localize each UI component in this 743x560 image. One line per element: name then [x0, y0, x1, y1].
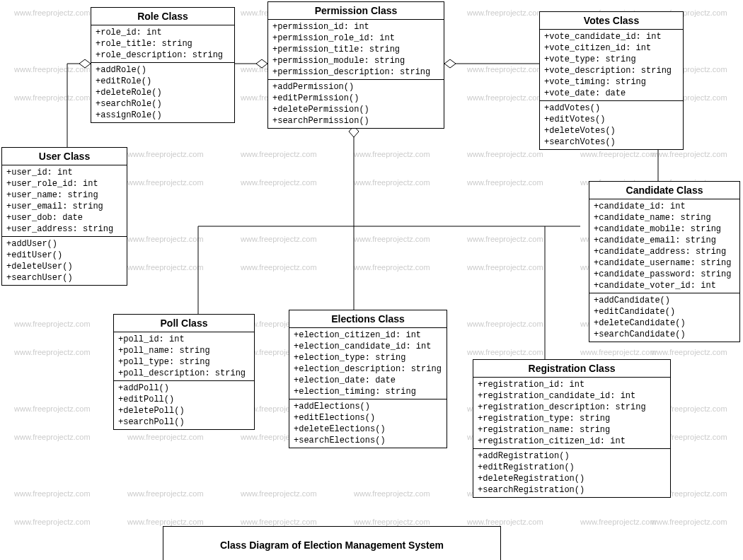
class-title: Permission Class [268, 2, 444, 20]
class-member: +searchPoll() [118, 416, 250, 428]
class-member: +candidate_name: string [594, 212, 735, 223]
class-poll: Poll Class +poll_id: int+poll_name: stri… [113, 314, 255, 430]
class-attrs: +role_id: int+role_title: string+role_de… [91, 25, 234, 63]
watermark-text: www.freeprojectz.com [467, 263, 543, 272]
diagram-title: Class Diagram of Election Management Sys… [163, 526, 501, 560]
class-member: +addPoll() [118, 383, 250, 394]
class-attrs: +user_id: int+user_role_id: int+user_nam… [2, 165, 127, 237]
svg-marker-3 [444, 59, 456, 68]
class-candidate: Candidate Class +candidate_id: int+candi… [589, 181, 740, 342]
class-ops: +addPermission()+editPermission()+delete… [268, 80, 444, 128]
class-member: +registration_id: int [478, 379, 666, 390]
watermark-text: www.freeprojectz.com [354, 263, 430, 272]
class-ops: +addElections()+editElections()+deleteEl… [289, 399, 447, 448]
class-member: +candidate_password: string [594, 269, 735, 280]
class-permission: Permission Class +permission_id: int+per… [267, 1, 444, 129]
watermark-text: www.freeprojectz.com [354, 235, 430, 243]
watermark-text: www.freeprojectz.com [127, 433, 204, 441]
watermark-text: www.freeprojectz.com [651, 518, 727, 526]
watermark-text: www.freeprojectz.com [14, 93, 91, 102]
watermark-text: www.freeprojectz.com [241, 178, 317, 187]
class-member: +deleteCandidate() [594, 317, 735, 329]
class-member: +poll_id: int [118, 334, 250, 345]
watermark-text: www.freeprojectz.com [467, 65, 543, 74]
class-member: +addRegistration() [478, 450, 666, 462]
class-member: +candidate_id: int [594, 201, 735, 212]
class-member: +vote_candidate_id: int [544, 31, 679, 42]
watermark-text: www.freeprojectz.com [354, 518, 430, 526]
class-member: +user_address: string [6, 223, 122, 235]
watermark-text: www.freeprojectz.com [14, 489, 91, 498]
watermark-text: www.freeprojectz.com [467, 320, 543, 328]
class-member: +registration_citizen_id: int [478, 436, 666, 447]
class-attrs: +permission_id: int+permission_role_id: … [268, 20, 444, 80]
watermark-text: www.freeprojectz.com [580, 150, 657, 158]
class-member: +editElections() [294, 412, 442, 424]
class-member: +permission_title: string [272, 44, 439, 55]
class-title: Role Class [91, 8, 234, 25]
class-member: +registration_candidate_id: int [478, 390, 666, 402]
class-registration: Registration Class +registration_id: int… [473, 359, 671, 498]
class-member: +election_citizen_id: int [294, 329, 442, 341]
class-member: +permission_module: string [272, 55, 439, 66]
class-role: Role Class +role_id: int+role_title: str… [91, 7, 235, 123]
class-member: +assignRole() [96, 110, 230, 121]
watermark-text: www.freeprojectz.com [580, 518, 657, 526]
class-member: +vote_description: string [544, 65, 679, 76]
class-member: +election_date: date [294, 375, 442, 386]
watermark-text: www.freeprojectz.com [354, 489, 430, 498]
class-member: +editRole() [96, 76, 230, 87]
class-member: +election_timing: string [294, 386, 442, 397]
watermark-text: www.freeprojectz.com [467, 150, 543, 158]
class-attrs: +registration_id: int+registration_candi… [473, 378, 670, 449]
class-ops: +addRole()+editRole()+deleteRole()+searc… [91, 63, 234, 122]
watermark-text: www.freeprojectz.com [127, 263, 204, 272]
watermark-text: www.freeprojectz.com [127, 489, 204, 498]
class-title: User Class [2, 148, 127, 165]
watermark-text: www.freeprojectz.com [354, 178, 430, 187]
watermark-text: www.freeprojectz.com [14, 404, 91, 413]
watermark-text: www.freeprojectz.com [580, 348, 657, 356]
class-member: +searchCandidate() [594, 329, 735, 340]
class-attrs: +election_citizen_id: int+election_candi… [289, 328, 447, 399]
class-title: Candidate Class [589, 182, 739, 199]
class-member: +addRole() [96, 64, 230, 76]
watermark-text: www.freeprojectz.com [127, 178, 204, 187]
class-ops: +addRegistration()+editRegistration()+de… [473, 449, 670, 497]
watermark-text: www.freeprojectz.com [651, 348, 727, 356]
watermark-text: www.freeprojectz.com [467, 518, 543, 526]
watermark-text: www.freeprojectz.com [467, 178, 543, 187]
class-member: +role_id: int [96, 27, 230, 38]
class-member: +user_name: string [6, 189, 122, 201]
svg-marker-11 [79, 59, 91, 68]
class-attrs: +vote_candidate_id: int+vote_citizen_id:… [540, 30, 683, 101]
watermark-text: www.freeprojectz.com [651, 150, 727, 158]
class-member: +searchRole() [96, 98, 230, 110]
class-member: +user_email: string [6, 201, 122, 212]
watermark-text: www.freeprojectz.com [14, 8, 91, 17]
class-member: +role_title: string [96, 38, 230, 49]
class-member: +vote_timing: string [544, 76, 679, 88]
class-member: +deletePermission() [272, 104, 439, 115]
class-member: +election_candidate_id: int [294, 341, 442, 352]
class-member: +candidate_email: string [594, 235, 735, 246]
watermark-text: www.freeprojectz.com [127, 518, 204, 526]
class-member: +searchRegistration() [478, 484, 666, 496]
class-elections: Elections Class +election_citizen_id: in… [289, 310, 447, 448]
watermark-text: www.freeprojectz.com [127, 150, 204, 158]
class-member: +deleteRole() [96, 87, 230, 98]
class-member: +role_description: string [96, 49, 230, 61]
class-member: +deleteVotes() [544, 125, 679, 136]
class-member: +addVotes() [544, 103, 679, 114]
class-ops: +addVotes()+editVotes()+deleteVotes()+se… [540, 101, 683, 149]
watermark-text: www.freeprojectz.com [14, 518, 91, 526]
class-member: +vote_citizen_id: int [544, 42, 679, 54]
class-ops: +addUser()+editUser()+deleteUser()+searc… [2, 237, 127, 285]
class-member: +editRegistration() [478, 462, 666, 473]
watermark-text: www.freeprojectz.com [241, 489, 317, 498]
watermark-text: www.freeprojectz.com [241, 518, 317, 526]
class-member: +searchElections() [294, 435, 442, 446]
class-member: +permission_role_id: int [272, 33, 439, 44]
class-votes: Votes Class +vote_candidate_id: int+vote… [539, 11, 684, 150]
class-member: +deleteUser() [6, 261, 122, 272]
